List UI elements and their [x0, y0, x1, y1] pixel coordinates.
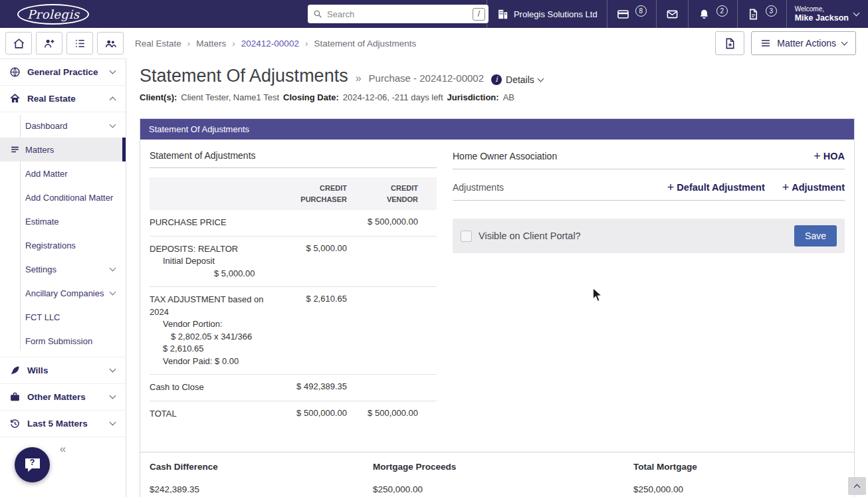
sidebar-item-label: Matters	[25, 145, 54, 155]
credit-vendor-amount: $ 500,000.00	[347, 217, 437, 227]
scroll-top-button[interactable]	[848, 477, 866, 495]
sidebar-item-dashboard[interactable]: Dashboard	[0, 114, 126, 138]
row-detail: Vendor Portion:	[150, 318, 267, 331]
row-detail: Initial Deposit	[150, 255, 267, 268]
chevron-down-icon	[110, 288, 116, 295]
credit-purchaser-amount: $ 5,000.00	[267, 243, 347, 253]
chevron-down-icon	[853, 9, 860, 16]
sidebar-item-label: Dashboard	[25, 121, 68, 131]
sidebar-item-estimate[interactable]: Estimate	[0, 209, 126, 233]
top-navigation-bar: Prolegis / Prolegis Solutions Ltd 8	[0, 0, 868, 28]
global-search[interactable]: /	[308, 5, 488, 23]
matter-subtitle: Purchase - 202412-00002	[369, 72, 484, 84]
sidebar-item-settings[interactable]: Settings	[0, 257, 126, 281]
checklist-shortcut-button[interactable]	[66, 32, 93, 54]
home-shortcut-button[interactable]	[5, 32, 32, 54]
sidebar-item-form-submission[interactable]: Form Submission	[0, 329, 126, 353]
mail-icon	[666, 8, 679, 21]
sidebar-item-label: Estimate	[25, 217, 59, 227]
search-shortcut-badge: /	[473, 8, 485, 21]
sidebar-item-last-5-matters[interactable]: Last 5 Matters	[0, 411, 126, 437]
breadcrumb: Real Estate › Matters › 202412-00002 › S…	[135, 39, 416, 49]
briefcase-icon	[9, 391, 21, 403]
checklist-icon	[74, 37, 86, 50]
table-row-purchase-price: PURCHASE PRICE $ 500,000.00	[150, 210, 437, 237]
matter-actions-label: Matter Actions	[777, 38, 836, 49]
breadcrumb-real-estate[interactable]: Real Estate	[135, 39, 181, 49]
chevron-down-icon	[110, 393, 116, 399]
info-icon: i	[491, 74, 502, 85]
table-row-deposits: DEPOSITS: REALTOR Initial Deposit $ 5,00…	[150, 237, 437, 288]
client-portal-checkbox[interactable]	[461, 231, 472, 242]
details-toggle[interactable]: i Details	[491, 74, 543, 85]
sidebar-item-ancillary-companies[interactable]: Ancillary Companies	[0, 281, 126, 305]
sidebar-item-label: Last 5 Matters	[27, 419, 88, 429]
save-button[interactable]: Save	[794, 225, 837, 247]
sidebar-item-general-practice[interactable]: General Practice	[0, 59, 126, 86]
matter-actions-button[interactable]: Matter Actions	[751, 31, 856, 55]
help-button[interactable]: ?	[15, 447, 50, 482]
prolegis-logo[interactable]: Prolegis	[17, 4, 89, 25]
credit-purchaser-amount: $ 500,000.00	[267, 408, 347, 418]
building-icon	[496, 8, 509, 21]
breadcrumb-matter-number[interactable]: 202412-00002	[241, 39, 299, 49]
add-hoa-button[interactable]: + HOA	[814, 150, 845, 162]
row-label: TAX ADJUSTMENT based on 2024	[150, 294, 267, 318]
sidebar-item-label: Ancillary Companies	[25, 288, 104, 298]
add-matter-shortcut-button[interactable]	[36, 32, 62, 54]
sidebar-item-real-estate[interactable]: Real Estate	[0, 86, 126, 112]
sidebar-item-label: Settings	[25, 264, 56, 274]
notifications-menu[interactable]: 2	[689, 0, 737, 28]
contacts-shortcut-button[interactable]	[97, 32, 124, 54]
chevron-down-icon	[110, 264, 116, 271]
sidebar: General Practice Real Estate Dashboard M…	[0, 58, 126, 497]
credit-purchaser-header: CREDIT PURCHASER	[267, 183, 347, 205]
sidebar-item-registrations[interactable]: Registrations	[0, 233, 126, 257]
total-mortgage-stat: Total Mortgage $250,000.00	[633, 462, 697, 494]
main-content: Statement Of Adjustments » Purchase - 20…	[126, 58, 868, 497]
add-default-adjustment-button[interactable]: + Default Adjustment	[667, 181, 765, 193]
add-adjustment-button[interactable]: + Adjustment	[782, 181, 845, 193]
user-menu[interactable]: Welcome, Mike Jackson	[787, 5, 868, 23]
sidebar-item-label: Add Conditional Matter	[25, 193, 113, 203]
sidebar-item-label: General Practice	[27, 67, 98, 77]
quill-icon	[9, 365, 21, 376]
sidebar-item-fct-llc[interactable]: FCT LLC	[0, 305, 126, 329]
messages-menu[interactable]	[657, 0, 688, 28]
row-detail: Vendor Paid: $ 0.00	[150, 355, 267, 368]
sidebar-item-other-matters[interactable]: Other Matters	[0, 384, 126, 411]
billing-menu[interactable]: 8	[607, 0, 656, 28]
sidebar-item-label: Registrations	[25, 241, 76, 250]
row-label: TOTAL	[150, 408, 267, 421]
plus-icon: +	[667, 181, 675, 193]
breadcrumb-separator: ›	[187, 39, 191, 49]
hamburger-icon	[760, 38, 771, 49]
sidebar-item-matters[interactable]: Matters	[0, 138, 126, 161]
breadcrumb-matters[interactable]: Matters	[196, 39, 226, 49]
search-input[interactable]	[327, 9, 473, 19]
sidebar-item-label: Add Matter	[25, 169, 68, 179]
company-selector[interactable]: Prolegis Solutions Ltd	[487, 0, 607, 28]
new-document-button[interactable]	[715, 31, 744, 55]
credit-card-icon	[617, 8, 629, 21]
help-bubble-icon: ?	[24, 457, 41, 473]
summary-stats: Cash Difference $242,389.35 Mortgage Pro…	[140, 452, 854, 497]
billing-badge: 8	[635, 5, 647, 17]
sidebar-item-add-matter[interactable]: Add Matter	[0, 161, 126, 185]
sidebar-item-label: Real Estate	[27, 94, 76, 104]
sidebar-item-wills[interactable]: Wills	[0, 357, 126, 384]
sidebar-item-add-conditional-matter[interactable]: Add Conditional Matter	[0, 185, 126, 209]
quick-shortcut-buttons	[5, 32, 124, 54]
history-icon	[9, 418, 21, 429]
table-row-cash-to-close: Cash to Close $ 492,389.35	[150, 375, 437, 401]
client-portal-label: Visible on Client Portal?	[479, 231, 581, 241]
document-tasks-icon	[747, 8, 760, 21]
soa-table-title: Statement of Adjustments	[150, 150, 256, 161]
sidebar-item-label: FCT LLC	[25, 312, 60, 322]
tasks-menu[interactable]: 3	[738, 0, 786, 28]
company-name: Prolegis Solutions Ltd	[514, 9, 597, 19]
notifications-badge: 2	[716, 5, 728, 17]
breadcrumb-bar: Real Estate › Matters › 202412-00002 › S…	[0, 28, 868, 58]
table-row-tax-adjustment: TAX ADJUSTMENT based on 2024 Vendor Port…	[150, 287, 437, 375]
hoa-title: Home Owner Association	[453, 151, 557, 161]
